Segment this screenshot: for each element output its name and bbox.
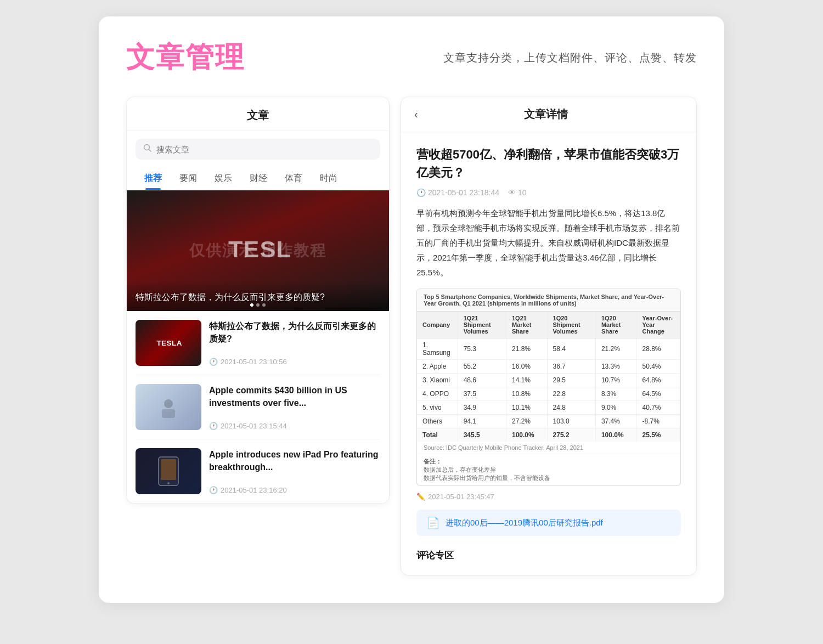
table-note: 备注： 数据加总后，存在变化差异 数据代表实际出货给用户的销量，不含智能设备 [417,454,680,485]
table-cell: 21.2% [595,338,636,360]
table-row: 4. OPPO37.510.8%22.88.3%64.5% [417,387,680,401]
article-meta-1: 🕐 2021-05-01 23:15:44 [209,422,380,430]
table-header-row: Company 1Q21 Shipment Volumes 1Q21 Marke… [417,312,680,338]
table-caption: Top 5 Smartphone Companies, Worldwide Sh… [417,289,680,312]
article-time-2: 2021-05-01 23:16:20 [221,486,287,494]
svg-line-1 [149,150,151,152]
left-panel-title: 文章 [127,97,389,131]
hero-title: 特斯拉公布了数据，为什么反而引来更多的质疑? [136,292,380,303]
detail-header: ‹ 文章详情 [401,97,696,132]
table-cell: 40.7% [636,401,680,415]
article-thumbnail-2 [136,448,201,494]
hero-image[interactable]: TESLA 仅供演示 用作教程 特斯拉公布了数据，为什么反而引来更多的质疑? [127,190,389,311]
detail-body: 营收超5700亿、净利翻倍，苹果市值能否突破3万亿美元？ 🕐 2021-05-0… [401,132,696,575]
panels-container: 文章 推荐 要闻 娱乐 财经 体育 时尚 [126,97,697,575]
svg-rect-7 [161,459,176,480]
page-header: 文章管理 文章支持分类，上传文档附件、评论、点赞、转发 [126,38,697,77]
table-cell: 28.8% [636,338,680,360]
table-cell: -8.7% [636,415,680,428]
detail-meta: 🕐 2021-05-01 23:18:44 👁 10 [416,188,681,197]
detail-edit-meta: ✏️ 2021-05-01 23:45:47 [416,493,681,501]
table-cell: 5. vivo [417,401,458,415]
table-note-title: 备注： [424,458,442,465]
tab-news[interactable]: 要闻 [171,167,206,190]
article-title-2: Apple introduces new iPad Pro featuring … [209,448,380,473]
data-table: Company 1Q21 Shipment Volumes 1Q21 Marke… [417,312,680,442]
detail-time: 2021-05-01 23:18:44 [428,188,499,197]
page-subtitle: 文章支持分类，上传文档附件、评论、点赞、转发 [443,50,697,65]
tab-recommended[interactable]: 推荐 [136,167,171,190]
svg-point-8 [167,482,170,484]
th-yoy: Year-Over-Year Change [636,312,680,338]
article-item[interactable]: TESLA 特斯拉公布了数据，为什么反而引来更多的质疑? 🕐 2021-05-0… [136,311,380,375]
article-meta-0: 🕐 2021-05-01 23:10:56 [209,358,380,366]
article-time-0: 2021-05-01 23:10:56 [221,358,287,366]
table-cell: 275.2 [547,428,595,442]
article-item-1[interactable]: Apple commits $430 billion in US investm… [136,375,380,439]
table-cell: 64.5% [636,387,680,401]
table-cell: 22.8 [547,387,595,401]
table-cell: 36.7 [547,360,595,374]
search-bar [136,139,380,160]
table-cell: 21.8% [506,338,548,360]
article-item-2[interactable]: Apple introduces new iPad Pro featuring … [136,439,380,503]
article-title-0: 特斯拉公布了数据，为什么反而引来更多的质疑? [209,320,380,345]
th-1q20-share: 1Q20 Market Share [595,312,636,338]
page-title: 文章管理 [126,38,245,77]
attachment-icon: 📄 [426,516,440,529]
table-row: 3. Xiaomi48.614.1%29.510.7%64.8% [417,374,680,387]
table-row: 1. Samsung75.321.8%58.421.2%28.8% [417,338,680,360]
tab-sports[interactable]: 体育 [276,167,311,190]
article-title-1: Apple commits $430 billion in US investm… [209,384,380,409]
th-1q21-share: 1Q21 Market Share [506,312,548,338]
th-company: Company [417,312,458,338]
clock-icon-0: 🕐 [209,358,218,366]
ipad-thumb [136,448,201,494]
back-button[interactable]: ‹ [414,108,418,121]
attachment-name: 进取的00后——2019腾讯00后研究报告.pdf [446,518,603,528]
detail-views: 10 [518,188,527,197]
tab-finance[interactable]: 财经 [241,167,276,190]
table-cell: 34.9 [458,401,506,415]
detail-panel-title: 文章详情 [426,107,667,122]
tab-entertainment[interactable]: 娱乐 [206,167,241,190]
clock-icon-1: 🕐 [209,422,218,430]
table-row: 2. Apple55.216.0%36.713.3%50.4% [417,360,680,374]
tab-fashion[interactable]: 时尚 [311,167,346,190]
table-row: Others94.127.2%103.037.4%-8.7% [417,415,680,428]
table-cell: 55.2 [458,360,506,374]
table-cell: 24.8 [547,401,595,415]
dot-3 [262,303,266,307]
search-input[interactable] [156,145,373,154]
data-table-wrap: Top 5 Smartphone Companies, Worldwide Sh… [416,289,681,486]
table-cell: 2. Apple [417,360,458,374]
left-panel: 文章 推荐 要闻 娱乐 财经 体育 时尚 [126,97,390,504]
table-cell: 29.5 [547,374,595,387]
table-note-2: 数据代表实际出货给用户的销量，不含智能设备 [424,474,550,481]
clock-icon-detail: 🕐 [416,188,426,197]
svg-text:TESLA: TESLA [228,236,291,262]
table-row: 5. vivo34.910.1%24.89.0%40.7% [417,401,680,415]
clock-icon-2: 🕐 [209,486,218,494]
th-1q21-vol: 1Q21 Shipment Volumes [458,312,506,338]
table-note-1: 数据加总后，存在变化差异 [424,466,496,473]
tesla-thumb: TESLA [136,320,201,366]
svg-text:TESLA: TESLA [156,339,182,347]
detail-edit-time: 2021-05-01 23:45:47 [428,493,494,501]
article-thumbnail-1 [136,384,201,430]
tabs-container: 推荐 要闻 娱乐 财经 体育 时尚 [127,167,389,190]
table-cell: 10.8% [506,387,548,401]
article-time-1: 2021-05-01 23:15:44 [221,422,287,430]
comments-section-title: 评论专区 [416,547,681,562]
table-cell: 103.0 [547,415,595,428]
table-cell: 100.0% [595,428,636,442]
th-1q20-vol: 1Q20 Shipment Volumes [547,312,595,338]
table-cell: 37.4% [595,415,636,428]
table-cell: Others [417,415,458,428]
table-cell: 25.5% [636,428,680,442]
table-cell: 345.5 [458,428,506,442]
table-cell: 10.1% [506,401,548,415]
table-cell: 58.4 [547,338,595,360]
attachment[interactable]: 📄 进取的00后——2019腾讯00后研究报告.pdf [416,510,681,536]
table-cell: 37.5 [458,387,506,401]
